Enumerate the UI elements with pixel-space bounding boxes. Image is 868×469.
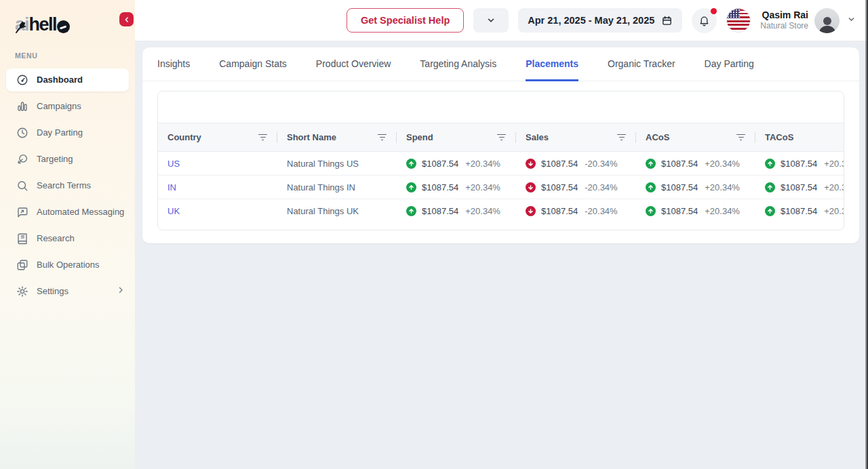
- person-silhouette-icon: [817, 14, 837, 33]
- tacos-metric: $1087.54 +20.34%: [765, 206, 844, 216]
- logo-o-mark: [57, 20, 70, 33]
- get-specialist-help-button[interactable]: Get Specialist Help: [347, 8, 464, 33]
- metric-change: +20.34%: [824, 206, 844, 216]
- metric-value: $1087.54: [781, 159, 817, 169]
- spend-metric: $1087.54 +20.34%: [406, 159, 500, 169]
- filter-icon[interactable]: [615, 132, 628, 143]
- sidebar-item-label: Targeting: [37, 154, 125, 164]
- topbar: Get Specialist Help Apr 21, 2025 - May 2…: [135, 0, 868, 41]
- aihello-logo[interactable]: aihell: [0, 0, 135, 35]
- column-header-short-name: Short Name: [277, 123, 397, 152]
- sidebar-item-dashboard[interactable]: Dashboard: [6, 68, 129, 91]
- sidebar-item-label: Automated Messaging: [37, 207, 125, 217]
- metric-value: $1087.54: [781, 206, 817, 216]
- tacos-metric: $1087.54 +20.34%: [765, 182, 844, 192]
- sales-metric: $1087.54 -20.34%: [526, 206, 618, 216]
- chevron-down-icon: [486, 16, 496, 25]
- trend-up-icon: [406, 206, 416, 216]
- us-flag-marketplace-selector[interactable]: [726, 8, 751, 33]
- metric-value: $1087.54: [422, 182, 458, 192]
- metric-change: -20.34%: [585, 206, 617, 216]
- spend-metric: $1087.54 +20.34%: [406, 206, 500, 216]
- metric-change: +20.34%: [705, 159, 740, 169]
- sidebar-item-label: Dashboard: [37, 75, 125, 85]
- screen-right-edge: [865, 0, 868, 469]
- country-link[interactable]: IN: [167, 182, 176, 192]
- sales-metric: $1087.54 -20.34%: [526, 159, 618, 169]
- tab-day-parting[interactable]: Day Parting: [705, 47, 754, 81]
- gauge-icon: [16, 74, 28, 86]
- bell-icon: [698, 15, 710, 26]
- table-toolbar: [158, 91, 844, 123]
- copy-icon: [16, 259, 28, 271]
- bar-chart-icon: [16, 100, 28, 113]
- gear-icon: [16, 285, 28, 298]
- spend-metric: $1087.54 +20.34%: [406, 182, 500, 192]
- tab-campaign-stats[interactable]: Campaign Stats: [219, 47, 287, 81]
- sidebar-item-research[interactable]: Research: [6, 227, 129, 250]
- sidebar-item-bulk-operations[interactable]: Bulk Operations: [6, 253, 129, 277]
- metric-value: $1087.54: [541, 206, 578, 216]
- tab-insights[interactable]: Insights: [157, 47, 190, 81]
- clock-icon: [16, 127, 28, 139]
- sidebar-item-automated-messaging[interactable]: Automated Messaging: [6, 201, 129, 224]
- filter-icon[interactable]: [376, 132, 389, 143]
- filter-icon[interactable]: [734, 132, 747, 143]
- tab-organic-tracker[interactable]: Organic Tracker: [608, 47, 675, 81]
- notifications: [692, 8, 717, 33]
- target-icon: [16, 153, 28, 165]
- sidebar-item-label: Campaigns: [37, 101, 125, 111]
- table-header-row: Country Short Name Spend Sales: [158, 123, 844, 152]
- metric-change: +20.34%: [465, 182, 500, 192]
- acos-metric: $1087.54 +20.34%: [646, 159, 740, 169]
- tab-product-overview[interactable]: Product Overview: [316, 47, 391, 81]
- sidebar-item-label: Search Terms: [37, 180, 125, 190]
- metric-change: +20.34%: [705, 182, 740, 192]
- acos-metric: $1087.54 +20.34%: [646, 182, 740, 192]
- country-link[interactable]: US: [167, 159, 180, 169]
- sidebar-nav: Dashboard Campaigns Day Parting Targetin…: [0, 66, 135, 304]
- sidebar-item-targeting[interactable]: Targeting: [6, 148, 129, 171]
- metric-change: -20.34%: [585, 182, 617, 192]
- sidebar-collapse-button[interactable]: [119, 12, 134, 26]
- calendar-icon: [661, 15, 673, 26]
- column-label: TACoS: [765, 132, 793, 142]
- chevron-left-icon: [123, 16, 130, 23]
- placements-table: Country Short Name Spend Sales: [158, 123, 844, 223]
- sidebar-item-label: Settings: [37, 286, 108, 296]
- acos-metric: $1087.54 +20.34%: [646, 206, 740, 216]
- short-name: Natural Things IN: [287, 182, 355, 192]
- sidebar-item-settings[interactable]: Settings: [6, 280, 129, 303]
- user-store: Natural Store: [760, 21, 808, 31]
- logo-text-hello: hell: [29, 14, 57, 35]
- trend-up-icon: [646, 159, 656, 169]
- placements-table-container: Country Short Name Spend Sales: [157, 91, 844, 230]
- filter-icon[interactable]: [495, 132, 508, 143]
- tab-placements[interactable]: Placements: [526, 47, 578, 81]
- user-menu[interactable]: Qasim Rai Natural Store: [760, 8, 856, 33]
- column-label: Spend: [406, 132, 433, 142]
- trend-up-icon: [765, 159, 775, 169]
- column-header-spend: Spend: [397, 123, 516, 152]
- main-content: Insights Campaign Stats Product Overview…: [135, 41, 868, 469]
- date-range-picker[interactable]: Apr 21, 2025 - May 21, 2025: [518, 8, 682, 33]
- trend-up-icon: [646, 206, 656, 216]
- column-header-country: Country: [158, 123, 277, 152]
- metric-change: -20.34%: [585, 159, 617, 169]
- sidebar-item-label: Bulk Operations: [37, 260, 125, 270]
- sidebar-item-day-parting[interactable]: Day Parting: [6, 121, 129, 144]
- quick-actions-dropdown-button[interactable]: [473, 8, 509, 33]
- tab-targeting-analysis[interactable]: Targeting Analysis: [420, 47, 496, 81]
- table-row: IN Natural Things IN $1087.54 +20.34% $1…: [158, 176, 844, 199]
- message-icon: [16, 206, 28, 218]
- sidebar-item-campaigns[interactable]: Campaigns: [6, 95, 129, 118]
- filter-icon[interactable]: [256, 132, 269, 143]
- trend-up-icon: [406, 159, 416, 169]
- sidebar-item-search-terms[interactable]: Search Terms: [6, 174, 129, 197]
- metric-change: +20.34%: [465, 159, 500, 169]
- table-row: US Natural Things US $1087.54 +20.34% $1…: [158, 152, 844, 176]
- metric-value: $1087.54: [541, 182, 578, 192]
- table-bottom-padding: [158, 223, 844, 230]
- short-name: Natural Things UK: [287, 206, 359, 216]
- country-link[interactable]: UK: [167, 206, 180, 216]
